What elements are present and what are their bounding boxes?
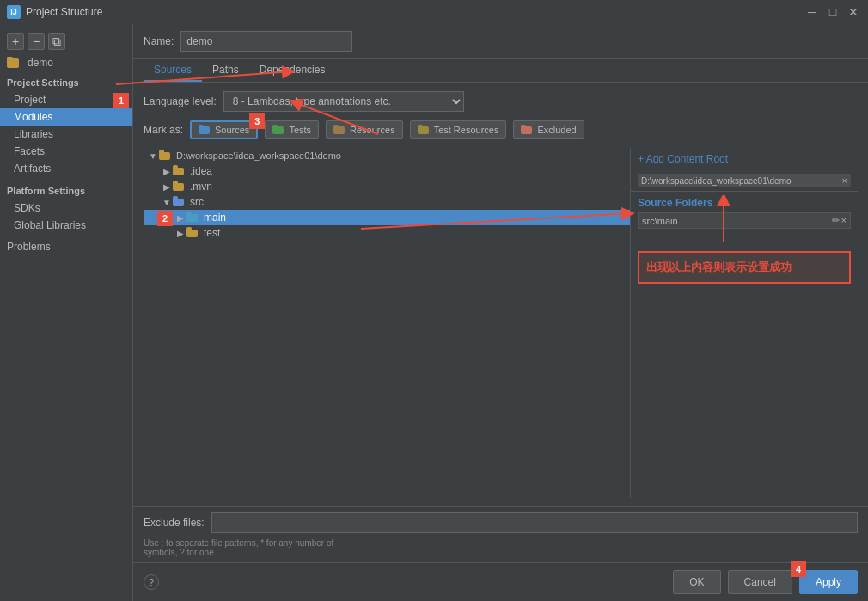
project-label: demo: [28, 57, 53, 69]
sidebar-item-project[interactable]: Project 1: [0, 91, 132, 108]
project-folder-icon: [7, 57, 21, 69]
mark-test-resources-button[interactable]: Test Resources: [410, 120, 507, 139]
mark-resources-button[interactable]: Resources: [326, 120, 403, 139]
badge-4: 4: [791, 561, 806, 577]
sidebar-item-modules-label: Modules: [14, 111, 52, 123]
sidebar-item-libraries[interactable]: Libraries: [0, 126, 132, 143]
content-root-item: D:\workspace\idea_workspace01\demo ×: [631, 170, 858, 192]
window-title: Project Structure: [26, 6, 799, 18]
project-item[interactable]: demo: [0, 55, 132, 71]
source-folder-path: src\main: [642, 216, 678, 226]
mark-tests-label: Tests: [289, 125, 311, 135]
source-folders-section: Source Folders src\main ✏ ×: [631, 192, 858, 234]
maximize-button[interactable]: □: [825, 4, 840, 20]
language-level-row: Language level: 8 - Lambdas, type annota…: [144, 91, 858, 112]
sidebar-item-facets-label: Facets: [14, 145, 45, 157]
main-container: + − ⧉ demo Project Settings Project 1 Mo…: [0, 24, 868, 601]
mark-as-row: Mark as: Sources 3: [144, 120, 858, 139]
project-settings-title: Project Settings: [0, 71, 132, 91]
bottom-bar: ? OK Cancel Apply 4: [133, 562, 868, 601]
sidebar-item-artifacts-label: Artifacts: [14, 163, 51, 175]
copy-button[interactable]: ⧉: [48, 33, 65, 50]
name-label: Name:: [144, 35, 174, 47]
add-content-root-button[interactable]: + Add Content Root: [638, 153, 728, 165]
source-folder-remove-button[interactable]: ×: [841, 215, 847, 226]
content-root-path-label: D:\workspace\idea_workspace01\demo: [641, 176, 792, 186]
test-arrow: ▶: [174, 229, 186, 238]
source-folders-title: Source Folders: [638, 197, 851, 209]
exclude-hint: Use ; to separate file patterns, * for a…: [133, 538, 868, 562]
src-label: src: [190, 196, 204, 208]
source-folder-item: src\main ✏ ×: [638, 212, 851, 229]
tree-src[interactable]: ▼ src: [144, 194, 630, 210]
problems-label: Problems: [7, 241, 51, 253]
right-panel-header: + Add Content Root: [631, 148, 858, 170]
tree-root[interactable]: ▼ D:\workspace\idea_workspace01\demo: [144, 148, 630, 163]
sidebar-item-artifacts[interactable]: Artifacts: [0, 160, 132, 177]
language-level-select[interactable]: 8 - Lambdas, type annotations etc.: [223, 91, 464, 112]
content-root-path: D:\workspace\idea_workspace01\demo ×: [638, 174, 851, 187]
content-root-close-button[interactable]: ×: [842, 175, 847, 186]
app-icon: IJ: [7, 5, 21, 19]
sidebar-item-modules[interactable]: Modules: [0, 108, 132, 126]
tabs-row: Sources Paths Dependencies: [133, 59, 868, 83]
main-content: Name: Sources Paths Dependencies Languag…: [133, 24, 868, 601]
sidebar-item-project-label: Project: [14, 94, 46, 106]
mark-tests-button[interactable]: Tests: [265, 120, 319, 139]
mark-test-resources-label: Test Resources: [434, 125, 499, 135]
tree-main[interactable]: ▶ main 2: [144, 210, 630, 225]
idea-label: .idea: [190, 165, 212, 177]
sidebar-item-global-libraries[interactable]: Global Libraries: [0, 217, 132, 234]
test-label: test: [204, 227, 220, 239]
main-label: main: [204, 212, 226, 224]
mark-resources-label: Resources: [350, 125, 395, 135]
sidebar-item-sdks-label: SDKs: [14, 202, 40, 214]
root-arrow: ▼: [147, 151, 159, 161]
badge-3: 3: [249, 113, 265, 129]
sidebar: + − ⧉ demo Project Settings Project 1 Mo…: [0, 24, 133, 601]
sidebar-item-problems[interactable]: Problems: [0, 234, 132, 255]
sidebar-item-facets[interactable]: Facets: [0, 143, 132, 160]
ok-button[interactable]: OK: [673, 570, 720, 594]
nav-button-row: + − ⧉: [0, 31, 132, 55]
exclude-label: Exclude files:: [144, 517, 205, 529]
minimize-button[interactable]: ─: [804, 4, 820, 20]
exclude-row: Exclude files:: [133, 506, 868, 538]
tab-sources[interactable]: Sources: [144, 59, 202, 82]
language-level-label: Language level:: [144, 95, 217, 107]
sidebar-item-sdks[interactable]: SDKs: [0, 199, 132, 217]
source-folder-actions: ✏ ×: [832, 215, 847, 226]
name-input[interactable]: [180, 31, 352, 52]
tree-idea[interactable]: ▶ .idea: [144, 163, 630, 179]
idea-arrow: ▶: [161, 167, 173, 176]
src-arrow: ▼: [161, 198, 173, 207]
tab-dependencies[interactable]: Dependencies: [249, 59, 336, 82]
name-row: Name:: [133, 24, 868, 59]
mark-sources-label: Sources: [215, 125, 249, 135]
success-text: 出现以上内容则表示设置成功: [646, 261, 792, 273]
sidebar-item-libraries-label: Libraries: [14, 128, 53, 140]
file-tree: ▼ D:\workspace\idea_workspace01\demo ▶: [144, 148, 630, 498]
mark-as-label: Mark as:: [144, 124, 183, 136]
tab-paths[interactable]: Paths: [202, 59, 249, 82]
apply-button[interactable]: Apply: [799, 570, 858, 594]
success-text-box: 出现以上内容则表示设置成功: [638, 251, 851, 284]
help-button[interactable]: ?: [144, 574, 159, 590]
badge-2: 2: [157, 211, 173, 226]
add-button[interactable]: +: [7, 33, 24, 50]
mark-excluded-button[interactable]: Excluded: [513, 120, 584, 139]
remove-button[interactable]: −: [28, 33, 45, 50]
tree-test[interactable]: ▶ test: [144, 225, 630, 241]
tree-panel-area: ▼ D:\workspace\idea_workspace01\demo ▶: [144, 148, 858, 498]
annotation-area: 出现以上内容则表示设置成功: [638, 251, 851, 284]
inner-wrap: Language level: 8 - Lambdas, type annota…: [133, 83, 868, 562]
tree-mvn[interactable]: ▶ .mvn: [144, 179, 630, 194]
mark-excluded-label: Excluded: [537, 125, 576, 135]
exclude-input[interactable]: [211, 512, 858, 533]
mark-sources-button[interactable]: Sources 3: [190, 120, 258, 139]
cancel-button[interactable]: Cancel: [728, 570, 792, 594]
up-arrow-annotation: [706, 195, 741, 247]
source-folder-edit-button[interactable]: ✏: [832, 215, 840, 226]
close-button[interactable]: ✕: [846, 4, 861, 20]
title-bar: IJ Project Structure ─ □ ✕: [0, 0, 868, 24]
